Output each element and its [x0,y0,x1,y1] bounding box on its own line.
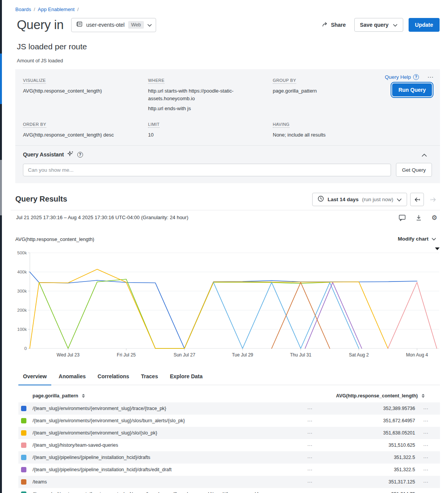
avg-value: 352,389.95736 [383,406,415,411]
collapse-chevron-icon[interactable] [422,151,427,158]
query-description: Amount of JS loaded [17,58,63,63]
row-menu-button[interactable]: ⋯ [307,467,313,473]
get-query-button[interactable]: Get Query [396,163,432,177]
comment-icon[interactable] [399,214,406,221]
sort-icon[interactable] [422,394,425,398]
time-range-note: (run just now) [362,197,393,202]
help-circle-icon: ? [413,74,419,80]
having-clause[interactable]: HAVING None; include all results [273,120,388,139]
where-clause[interactable]: WHERE http.url starts-with https://poodl… [148,76,263,115]
row-menu-button[interactable]: ⋯ [307,479,313,485]
run-query-button[interactable]: Run Query [391,82,433,98]
row-menu-button[interactable]: ⋯ [307,454,313,460]
chart-axis-title: AVG(http.response_content_length) [15,236,94,242]
having-value: None; include all results [273,131,388,139]
result-date-range: Jul 21 2025 17:30:16 – Aug 4 2025 17:30:… [16,215,188,220]
row-menu-button[interactable]: ⋯ [423,467,428,473]
row-menu-button[interactable]: ⋯ [307,430,313,436]
row-menu-button[interactable]: ⋯ [307,405,313,412]
row-menu-button[interactable]: ⋯ [423,430,428,436]
sidebar-accent-blue [0,54,2,104]
tab-explore-data[interactable]: Explore Data [165,372,207,386]
row-menu-button[interactable]: ⋯ [307,418,313,424]
run-query-label: Run Query [392,83,432,96]
modify-chart-label: Modify chart [398,236,428,242]
table-row[interactable]: /{team_slug}/pipelines/{pipeline_install… [18,451,440,464]
table-row[interactable]: /teams⋯351,317.125⋯ [18,476,440,488]
svg-text:Thu Jul 31: Thu Jul 31 [290,352,311,358]
visualize-clause[interactable]: VISUALIZE AVG(http.response_content_leng… [23,76,138,95]
svg-text:Wed Jul 23: Wed Jul 23 [57,352,80,358]
table-row[interactable]: /{team_slug}/environments/{environment_s… [18,402,440,415]
header-actions: Share Save query Update [319,18,440,32]
sort-icon[interactable] [82,394,85,398]
route-value: /{team_slug}/environments/{environment_s… [33,406,166,411]
svg-text:Sun Jul 27: Sun Jul 27 [174,352,195,358]
group-by-clause[interactable]: GROUP BY page.gorilla_pattern [273,76,388,95]
order-by-clause[interactable]: ORDER BY AVG(http.response_content_lengt… [23,120,138,139]
query-help-label: Query Help [385,74,411,80]
row-menu-button[interactable]: ⋯ [423,418,428,424]
order-by-label: ORDER BY [23,122,46,128]
modify-chart-button[interactable]: Modify chart [398,236,436,242]
history-back-button[interactable] [410,193,424,206]
row-menu-button[interactable]: ⋯ [423,405,428,412]
builder-overflow-menu[interactable]: ⋯ [427,73,434,81]
row-menu-button[interactable]: ⋯ [307,442,313,448]
table-row[interactable]: /{team_slug}/history/team-saved-queries⋯… [18,439,440,451]
row-menu-button[interactable]: ⋯ [307,491,313,493]
tab-correlations[interactable]: Correlations [93,372,134,386]
clock-icon [318,195,324,203]
dataset-icon [76,21,83,29]
limit-clause[interactable]: LIMIT 10 [148,120,263,139]
row-menu-button[interactable]: ⋯ [423,442,428,448]
sidebar-accent-gray [0,160,2,215]
row-menu-button[interactable]: ⋯ [423,454,428,460]
series-color-swatch [21,455,26,460]
route-value: /teams [33,479,47,485]
gear-icon[interactable]: ⚙ [432,215,437,221]
result-actions: ⚙ [399,214,437,221]
share-label: Share [331,22,346,28]
dataset-env-badge: Web [128,21,144,29]
limit-value: 10 [148,131,263,139]
table-row[interactable]: /{team_slug}/environments/{environment_s… [18,415,440,427]
breadcrumb-separator: / [77,7,79,12]
row-menu-button[interactable]: ⋯ [423,479,428,485]
time-controls: Last 14 days (run just now) [312,193,439,206]
tab-anomalies[interactable]: Anomalies [54,372,90,386]
save-query-button[interactable]: Save query [354,18,403,32]
page-title: Query in [17,18,64,32]
query-results-title: Query Results [15,195,67,203]
table-row[interactable]: /{team_slug}/environments/{environment_s… [18,427,440,439]
download-icon[interactable] [415,215,422,221]
breadcrumb-link[interactable]: Boards [15,7,31,12]
svg-text:400k: 400k [17,270,27,274]
chevron-down-icon [397,196,402,203]
history-forward-button[interactable] [427,193,439,206]
where-label: WHERE [148,78,165,84]
update-button[interactable]: Update [409,18,440,32]
where-filter: http.url ends-with js [148,105,246,112]
sparkle-icon [67,151,74,158]
query-page: Boards/App Enablement/ Query in user-eve… [0,0,448,493]
table-row[interactable]: /{team_slug}/pipelines/{pipeline_install… [18,464,440,476]
query-help-link[interactable]: Query Help ? [385,74,419,80]
route-value: /{team_slug}/history/team-saved-queries [33,443,118,448]
assistant-input[interactable] [23,164,391,176]
dataset-name: user-events-otel [86,22,124,28]
share-icon [322,22,328,28]
share-button[interactable]: Share [319,20,349,30]
dataset-selector[interactable]: user-events-otel Web [71,18,156,32]
time-range-dropdown[interactable]: Last 14 days (run just now) [312,193,407,206]
tab-overview[interactable]: Overview [18,372,51,386]
tab-traces[interactable]: Traces [137,372,163,386]
order-by-value: AVG(http.response_content_length) desc [23,131,138,139]
results-line-chart: 0100k200k300k400k500kWed Jul 23Fri Jul 2… [15,249,440,360]
svg-text:100k: 100k [17,327,27,332]
table-row[interactable]: /{team_slug}/environments/{environment_s… [18,488,440,493]
breadcrumb-link[interactable]: App Enablement [38,7,75,12]
row-menu-button[interactable]: ⋯ [423,491,428,493]
svg-text:Sat Aug 2: Sat Aug 2 [349,352,369,358]
assistant-help-icon[interactable]: ? [77,152,83,158]
